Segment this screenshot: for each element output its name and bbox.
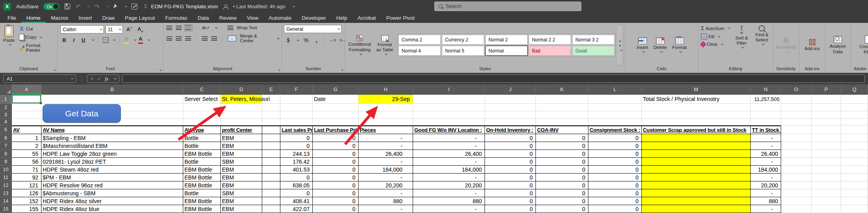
- cell-N11[interactable]: -: [751, 174, 781, 181]
- cell-N7[interactable]: -: [751, 142, 781, 150]
- cell-L5[interactable]: Consignment Stock :: [588, 125, 642, 134]
- tab-home[interactable]: Home: [21, 13, 46, 23]
- cell-D10[interactable]: EBM: [221, 166, 262, 174]
- cell-J3[interactable]: [485, 111, 536, 119]
- cell-H12[interactable]: 20,200: [359, 181, 413, 189]
- cell-G5[interactable]: Last Purchase Price: [313, 125, 359, 134]
- cell-F9[interactable]: 176.42: [280, 158, 313, 166]
- cell-J13[interactable]: 0: [485, 189, 536, 197]
- cell-O11[interactable]: [781, 174, 812, 181]
- cell-A1[interactable]: [12, 95, 41, 104]
- cell-G11[interactable]: 0: [313, 174, 359, 181]
- row-header-4[interactable]: 4: [0, 119, 12, 125]
- cell-A15[interactable]: 155: [12, 205, 41, 213]
- last-modified-chevron-icon[interactable]: [292, 5, 295, 7]
- cell-D1[interactable]: St. Peters, Missouri: [221, 95, 262, 104]
- cell-C6[interactable]: Bottle: [183, 134, 221, 142]
- col-header-C[interactable]: C: [183, 84, 221, 95]
- cell-D4[interactable]: [221, 119, 262, 125]
- align-middle-icon[interactable]: [176, 26, 182, 30]
- enter-formula-icon[interactable]: ✓: [97, 76, 101, 82]
- cell-F13[interactable]: 0: [280, 189, 313, 197]
- cell-C2[interactable]: [183, 104, 221, 111]
- cell-E9[interactable]: [262, 158, 280, 166]
- cell-H10[interactable]: 184,000: [359, 166, 413, 174]
- col-header-D[interactable]: D: [221, 84, 262, 95]
- cell-I15[interactable]: -: [413, 205, 485, 213]
- style-normal-4[interactable]: Normal 4: [398, 46, 441, 56]
- cell-Q5[interactable]: [841, 125, 868, 134]
- cell-D3[interactable]: [221, 111, 262, 119]
- tab-macros[interactable]: Macros: [46, 13, 73, 23]
- cell-K11[interactable]: 0: [536, 174, 588, 181]
- col-header-P[interactable]: P: [812, 84, 841, 95]
- percent-style-button[interactable]: %: [302, 37, 310, 44]
- cell-D2[interactable]: [221, 104, 262, 111]
- font-dialog-launcher[interactable]: ↘: [159, 68, 162, 72]
- cell-I8[interactable]: 26,400: [413, 150, 485, 158]
- analyze-data-button[interactable]: Analyze Data: [827, 36, 848, 54]
- cell-A5[interactable]: AV: [12, 125, 41, 134]
- cell-B5[interactable]: AV Name: [41, 125, 183, 134]
- col-header-I[interactable]: I: [413, 84, 485, 95]
- tab-page-layout[interactable]: Page Layout: [120, 13, 160, 23]
- cell-O9[interactable]: [781, 158, 812, 166]
- cell-O7[interactable]: [781, 142, 812, 150]
- cell-M12[interactable]: [642, 181, 751, 189]
- cell-P7[interactable]: [812, 142, 841, 150]
- cell-D9[interactable]: SBM: [221, 158, 262, 166]
- cell-C3[interactable]: [183, 111, 221, 119]
- cell-G12[interactable]: 0: [313, 181, 359, 189]
- col-header-K[interactable]: K: [536, 84, 588, 95]
- cell-E2[interactable]: [262, 104, 280, 111]
- cell-C1[interactable]: Server Select: [183, 95, 221, 104]
- style-normal-5[interactable]: Normal 5: [442, 46, 484, 56]
- cell-N2[interactable]: [751, 104, 781, 111]
- comma-style-button[interactable]: ,: [314, 36, 319, 44]
- cell-O4[interactable]: [781, 119, 812, 125]
- cell-L14[interactable]: 0: [588, 197, 642, 205]
- draw-tool-icon[interactable]: [132, 4, 137, 9]
- cell-B11[interactable]: $PM - EBM: [41, 174, 183, 181]
- cell-G15[interactable]: 0: [313, 205, 359, 213]
- sensitivity-button[interactable]: Sensitivity: [775, 37, 798, 53]
- cell-C12[interactable]: EBM Bottle: [183, 181, 221, 189]
- cell-I7[interactable]: -: [413, 142, 485, 150]
- cell-J15[interactable]: 0: [485, 205, 536, 213]
- row-header-12[interactable]: 12: [0, 181, 12, 189]
- cell-A8[interactable]: 55: [12, 150, 41, 158]
- cell-J5[interactable]: On-Hold Inventory :: [485, 125, 536, 134]
- align-right-icon[interactable]: [185, 36, 191, 41]
- cell-O14[interactable]: [781, 197, 812, 205]
- cell-J6[interactable]: 0: [485, 134, 536, 142]
- cell-N1[interactable]: 11,257,505: [751, 95, 781, 104]
- row-header-9[interactable]: 9: [0, 158, 12, 166]
- col-header-Q[interactable]: Q: [841, 84, 868, 95]
- styles-gallery-scroll[interactable]: ▲▼: [617, 25, 623, 65]
- cell-I3[interactable]: [413, 111, 485, 119]
- cell-E6[interactable]: [262, 134, 280, 142]
- increase-indent-icon[interactable]: [211, 36, 217, 41]
- cell-M8[interactable]: [642, 150, 751, 158]
- row-header-15[interactable]: 15: [0, 205, 12, 213]
- cell-P15[interactable]: [812, 205, 841, 213]
- cell-L10[interactable]: 0: [588, 166, 642, 174]
- cell-M1[interactable]: Total Stock / Physical Invenotry: [642, 95, 751, 104]
- col-header-G[interactable]: G: [313, 84, 359, 95]
- cell-F6[interactable]: 0: [280, 134, 313, 142]
- style-bad[interactable]: Bad: [529, 46, 571, 56]
- cell-N3[interactable]: [751, 111, 781, 119]
- cell-H7[interactable]: -: [359, 142, 413, 150]
- create-pdf-button[interactable]: Create a PDF: [857, 35, 868, 55]
- cell-D15[interactable]: EBM: [221, 205, 262, 213]
- shrink-font-button[interactable]: Av: [135, 26, 145, 34]
- name-box[interactable]: A1: [3, 75, 76, 83]
- cell-E4[interactable]: [262, 119, 280, 125]
- row-header-14[interactable]: 14: [0, 197, 12, 205]
- cell-L11[interactable]: 0: [588, 174, 642, 181]
- cell-Q1[interactable]: [841, 95, 868, 104]
- cell-B1[interactable]: [41, 95, 183, 104]
- cell-O8[interactable]: [781, 150, 812, 158]
- cell-E10[interactable]: [262, 166, 280, 174]
- cell-C4[interactable]: [183, 119, 221, 125]
